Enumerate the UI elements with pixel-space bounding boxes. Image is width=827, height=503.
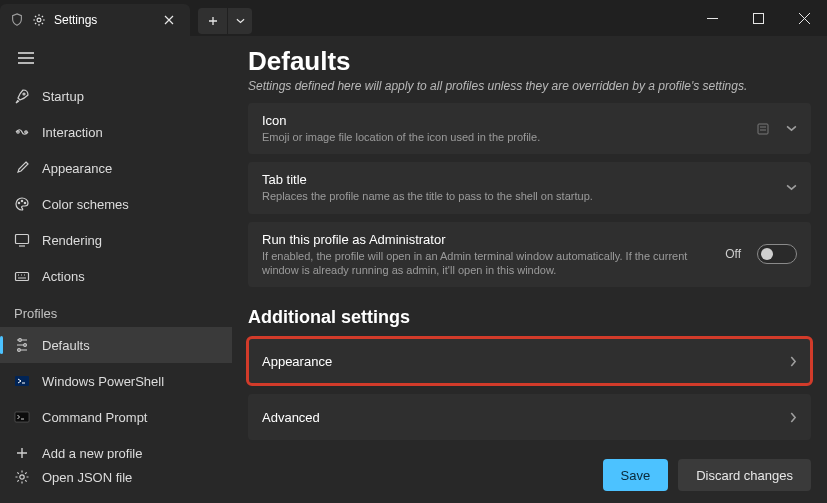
setting-desc: Replaces the profile name as the title t…	[262, 189, 774, 203]
link-label: Appearance	[262, 354, 332, 369]
svg-rect-9	[16, 235, 29, 244]
svg-rect-2	[753, 13, 763, 23]
toggle-state-label: Off	[725, 247, 741, 261]
monitor-icon	[14, 232, 30, 248]
icon-setting-row[interactable]: Icon Emoji or image file location of the…	[248, 103, 811, 154]
sidebar-profile-defaults[interactable]: Defaults	[0, 327, 232, 363]
cmd-icon	[14, 409, 30, 425]
sidebar-profile-cmd[interactable]: Command Prompt	[0, 399, 232, 435]
toggle-knob	[761, 248, 773, 260]
additional-settings-heading: Additional settings	[248, 307, 811, 328]
tab-title-label: Settings	[54, 13, 150, 27]
sidebar-add-profile[interactable]: Add a new profile	[0, 435, 232, 459]
sidebar-item-label: Add a new profile	[42, 446, 142, 460]
profiles-heading: Profiles	[0, 294, 232, 327]
sidebar-item-rendering[interactable]: Rendering	[0, 222, 232, 258]
main-content: Defaults Settings defined here will appl…	[232, 36, 827, 503]
sliders-icon	[14, 337, 30, 353]
svg-rect-1	[707, 18, 718, 19]
page-title: Defaults	[248, 46, 811, 77]
chevron-down-icon	[786, 184, 797, 191]
gear-icon	[32, 13, 46, 27]
shield-icon	[10, 13, 24, 27]
sidebar-item-label: Rendering	[42, 233, 102, 248]
svg-point-16	[20, 475, 24, 479]
tab-settings[interactable]: Settings	[0, 4, 190, 36]
sidebar-item-actions[interactable]: Actions	[0, 258, 232, 294]
open-json-button[interactable]: Open JSON file	[0, 459, 232, 495]
svg-point-4	[17, 131, 19, 133]
rocket-icon	[14, 88, 30, 104]
chevron-right-icon	[790, 356, 797, 367]
sidebar-item-label: Defaults	[42, 338, 90, 353]
tab-close-button[interactable]	[158, 9, 180, 31]
svg-point-3	[23, 93, 25, 95]
sidebar-item-appearance[interactable]: Appearance	[0, 150, 232, 186]
setting-desc: Emoji or image file location of the icon…	[262, 130, 744, 144]
button-label: Save	[621, 468, 651, 483]
chevron-down-icon	[786, 125, 797, 132]
sidebar-item-label: Color schemes	[42, 197, 129, 212]
svg-rect-14	[15, 376, 29, 386]
svg-rect-17	[758, 124, 768, 134]
close-window-button[interactable]	[781, 0, 827, 36]
powershell-icon	[14, 373, 30, 389]
svg-point-8	[24, 202, 25, 203]
plus-icon	[14, 445, 30, 459]
advanced-link-row[interactable]: Advanced	[248, 394, 811, 440]
svg-point-0	[37, 18, 41, 22]
hamburger-button[interactable]	[6, 40, 46, 76]
profile-icon-preview	[756, 122, 770, 136]
footer-buttons: Save Discard changes	[603, 459, 811, 491]
svg-point-7	[21, 200, 22, 201]
minimize-button[interactable]	[689, 0, 735, 36]
palette-icon	[14, 196, 30, 212]
sidebar-profile-powershell[interactable]: Windows PowerShell	[0, 363, 232, 399]
svg-point-5	[25, 131, 27, 133]
button-label: Discard changes	[696, 468, 793, 483]
svg-point-6	[18, 202, 19, 203]
tab-title-setting-row[interactable]: Tab title Replaces the profile name as t…	[248, 162, 811, 213]
run-as-admin-toggle[interactable]	[757, 244, 797, 264]
new-tab-group	[198, 6, 252, 36]
sidebar-item-startup[interactable]: Startup	[0, 78, 232, 114]
sidebar-item-label: Startup	[42, 89, 84, 104]
svg-point-11	[19, 339, 22, 342]
page-subtitle: Settings defined here will apply to all …	[248, 79, 811, 93]
sidebar-item-color-schemes[interactable]: Color schemes	[0, 186, 232, 222]
sidebar-item-label: Open JSON file	[42, 470, 132, 485]
run-as-admin-setting-row[interactable]: Run this profile as Administrator If ena…	[248, 222, 811, 288]
gear-icon	[14, 469, 30, 485]
setting-desc: If enabled, the profile will open in an …	[262, 249, 713, 278]
interaction-icon	[14, 124, 30, 140]
svg-point-13	[18, 349, 21, 352]
new-tab-dropdown[interactable]	[228, 8, 252, 34]
sidebar-item-label: Appearance	[42, 161, 112, 176]
titlebar: Settings	[0, 0, 827, 36]
window-controls	[689, 0, 827, 36]
sidebar: Startup Interaction Appearance Color sch…	[0, 36, 232, 503]
chevron-right-icon	[790, 412, 797, 423]
sidebar-item-label: Command Prompt	[42, 410, 147, 425]
sidebar-item-label: Actions	[42, 269, 85, 284]
discard-button[interactable]: Discard changes	[678, 459, 811, 491]
sidebar-item-label: Interaction	[42, 125, 103, 140]
svg-rect-10	[16, 273, 29, 281]
save-button[interactable]: Save	[603, 459, 669, 491]
svg-rect-15	[15, 412, 29, 422]
svg-point-12	[24, 344, 27, 347]
sidebar-item-interaction[interactable]: Interaction	[0, 114, 232, 150]
appearance-link-row[interactable]: Appearance	[248, 338, 811, 384]
keyboard-icon	[14, 268, 30, 284]
setting-title: Tab title	[262, 172, 774, 187]
sidebar-item-label: Windows PowerShell	[42, 374, 164, 389]
setting-title: Run this profile as Administrator	[262, 232, 713, 247]
setting-title: Icon	[262, 113, 744, 128]
new-tab-button[interactable]	[198, 8, 228, 34]
brush-icon	[14, 160, 30, 176]
link-label: Advanced	[262, 410, 320, 425]
maximize-button[interactable]	[735, 0, 781, 36]
